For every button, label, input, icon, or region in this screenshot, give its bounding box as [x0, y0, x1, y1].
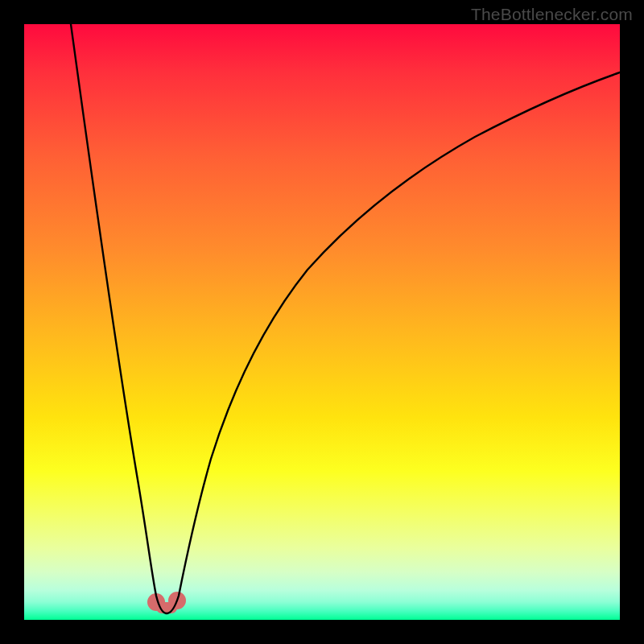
- watermark-text: TheBottlenecker.com: [471, 5, 633, 24]
- plot-area: [24, 24, 620, 620]
- bottleneck-curve-path: [71, 24, 620, 613]
- chart-svg: [24, 24, 620, 620]
- optimal-marker: [147, 592, 186, 613]
- chart-frame: TheBottlenecker.com: [0, 0, 644, 644]
